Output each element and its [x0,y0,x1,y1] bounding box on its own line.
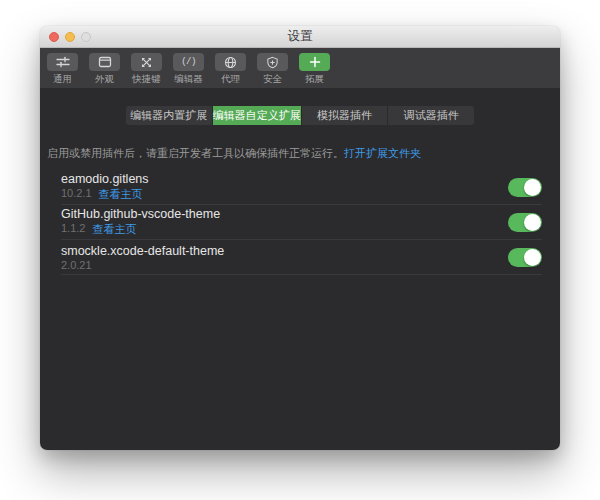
toolbar-item-proxy[interactable]: 代理 [215,53,246,86]
traffic-lights [49,32,91,42]
notice-text: 启用或禁用插件后，请重启开发者工具以确保插件正常运行。 [47,147,344,159]
toggle-knob [524,214,541,231]
toolbar-item-label: 外观 [95,73,114,86]
toolbar-item-security[interactable]: 安全 [257,53,288,86]
toggle-knob [524,249,541,266]
tab-editor-builtin-extensions[interactable]: 编辑器内置扩展 [126,106,213,125]
extension-name: eamodio.gitlens [61,172,149,186]
extensions-list: eamodio.gitlens 10.2.1 查看主页 GitHub.githu… [40,170,560,275]
toolbar-item-appearance[interactable]: 外观 [89,53,120,86]
toolbar-item-general[interactable]: 通用 [47,53,78,86]
extension-toggle[interactable] [508,213,542,232]
tab-simulator-plugins[interactable]: 模拟器插件 [302,106,389,125]
minimize-button[interactable] [65,32,75,42]
settings-window: 设置 通用 外观 [40,26,560,450]
extension-row: smockle.xcode-default-theme 2.0.21 [61,240,542,275]
toolbar: 通用 外观 快捷键 (/) 编辑器 [40,48,560,88]
extension-name: smockle.xcode-default-theme [61,244,224,258]
extension-row: GitHub.github-vscode-theme 1.1.2 查看主页 [61,205,542,240]
tab-editor-custom-extensions[interactable]: 编辑器自定义扩展 [213,106,302,125]
content-area: 编辑器内置扩展 编辑器自定义扩展 模拟器插件 调试器插件 启用或禁用插件后，请重… [40,88,560,450]
extension-info: GitHub.github-vscode-theme 1.1.2 查看主页 [61,207,220,237]
toolbar-item-extensions[interactable]: 拓展 [299,53,330,86]
toolbar-item-label: 拓展 [305,73,324,86]
extension-info: smockle.xcode-default-theme 2.0.21 [61,244,224,271]
notice: 启用或禁用插件后，请重启开发者工具以确保插件正常运行。打开扩展文件夹 [47,146,552,161]
code-icon: (/) [173,53,204,71]
shield-plus-icon [257,53,288,71]
extension-version: 1.1.2 [61,222,85,237]
zoom-button-disabled [81,32,91,42]
extension-name: GitHub.github-vscode-theme [61,207,220,221]
view-homepage-link[interactable]: 查看主页 [99,187,143,202]
plus-icon [299,53,330,71]
open-extensions-folder-link[interactable]: 打开扩展文件夹 [344,147,421,159]
toolbar-item-label: 安全 [263,73,282,86]
toolbar-item-label: 通用 [53,73,72,86]
toolbar-item-shortcuts[interactable]: 快捷键 [131,53,162,86]
extension-toggle[interactable] [508,248,542,267]
tab-bar: 编辑器内置扩展 编辑器自定义扩展 模拟器插件 调试器插件 [126,106,474,125]
tab-debugger-plugins[interactable]: 调试器插件 [388,106,474,125]
toolbar-item-label: 代理 [221,73,240,86]
titlebar: 设置 [40,26,560,48]
view-homepage-link[interactable]: 查看主页 [92,222,136,237]
extension-version: 2.0.21 [61,259,92,271]
extension-version: 10.2.1 [61,187,92,202]
toolbar-item-label: 快捷键 [132,73,161,86]
expand-arrows-icon [131,53,162,71]
toolbar-item-editor[interactable]: (/) 编辑器 [173,53,204,86]
toggle-knob [524,179,541,196]
extension-toggle[interactable] [508,178,542,197]
window-title: 设置 [288,28,313,45]
globe-icon [215,53,246,71]
sliders-icon [47,53,78,71]
extension-row: eamodio.gitlens 10.2.1 查看主页 [61,170,542,205]
window-icon [89,53,120,71]
toolbar-item-label: 编辑器 [174,73,203,86]
extension-info: eamodio.gitlens 10.2.1 查看主页 [61,172,149,202]
close-button[interactable] [49,32,59,42]
